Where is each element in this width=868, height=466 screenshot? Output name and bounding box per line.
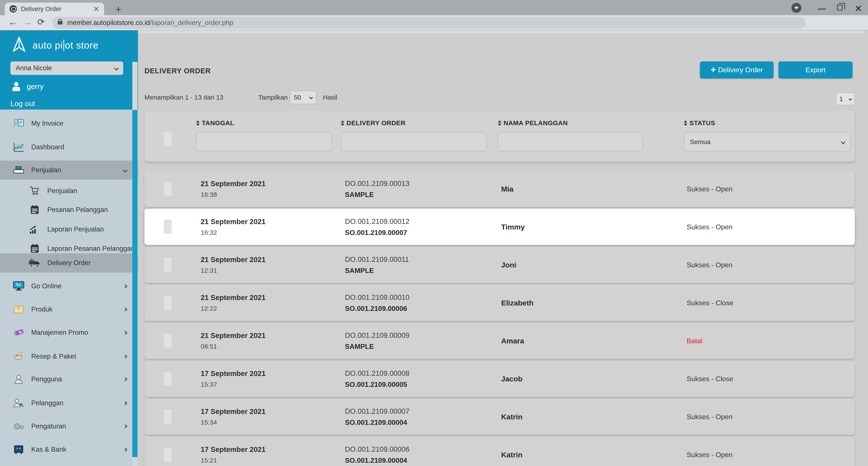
reload-button[interactable]: ⟳	[37, 17, 45, 27]
sidebar-menu: My InvoiceDashboardPenjualanPenjualanPes…	[0, 110, 138, 466]
page-size-label: Tampilkan	[258, 94, 288, 101]
row-do-number: DO.001.2109.00009	[345, 331, 409, 339]
cell-status: Sukses - Open	[687, 451, 733, 459]
tab-close-icon[interactable]: ✕	[93, 5, 100, 13]
table-row[interactable]: 21 September 202112:31DO.001.2109.00011S…	[145, 247, 855, 283]
browser-toolbar: ← → ⟳ member.autopilotstore.co.id/lapora…	[0, 15, 868, 30]
window-restore-button[interactable]	[837, 5, 843, 10]
paper-plane-logo-icon	[11, 37, 27, 53]
sort-icon	[341, 120, 344, 126]
browser-update-icon[interactable]	[792, 3, 801, 13]
chevron-right-icon	[123, 424, 127, 428]
customer-icon	[12, 398, 25, 409]
table-row[interactable]: 21 September 202116:38DO.001.2109.00013S…	[145, 171, 855, 207]
sidebar-item-manajemen-promo[interactable]: %Manajemen Promo	[0, 323, 138, 342]
sidebar-item-laporan-penjualan-sub[interactable]: Laporan Penjualan	[0, 220, 138, 239]
sidebar-item-label: Manajemen Promo	[31, 329, 88, 337]
chevron-right-icon	[123, 354, 127, 359]
filter-delivery-order-input[interactable]	[341, 132, 487, 151]
sidebar-item-pesanan-pelanggan-sub[interactable]: Pesanan Pelanggan	[0, 200, 138, 219]
sidebar-item-produk[interactable]: Produk	[0, 300, 138, 319]
forward-button[interactable]: →	[23, 17, 32, 27]
column-header-status[interactable]: STATUS	[684, 119, 715, 127]
row-checkbox[interactable]	[164, 447, 172, 462]
tab-strip: Delivery Order ✕ + ✕	[0, 0, 868, 15]
sidebar-item-my-invoice[interactable]: My Invoice	[0, 114, 138, 133]
sidebar-item-label: Pengguna	[31, 375, 62, 383]
cell-customer-name: Elizabeth	[501, 299, 533, 307]
row-checkbox[interactable]	[164, 334, 172, 348]
promo-tag-icon: %	[12, 327, 25, 338]
sidebar-item-pelanggan[interactable]: Pelanggan	[0, 394, 138, 413]
row-do-number: DO.001.2109.00013	[345, 179, 409, 187]
cell-tanggal: 17 September 202115:21	[201, 445, 266, 464]
current-user[interactable]: gerry	[12, 82, 43, 91]
filter-tanggal-input[interactable]	[196, 132, 332, 151]
address-bar[interactable]: member.autopilotstore.co.id/laporan_deli…	[52, 17, 806, 29]
sort-icon	[684, 120, 687, 126]
row-checkbox[interactable]	[164, 371, 172, 386]
store-select[interactable]: Anna Nicole	[10, 61, 123, 75]
table-row[interactable]: 17 September 202115:34DO.001.2109.00007S…	[145, 399, 855, 435]
lock-icon	[58, 21, 62, 25]
browser-tab[interactable]: Delivery Order ✕	[5, 3, 104, 15]
row-checkbox[interactable]	[164, 296, 172, 310]
cell-status: Sukses - Open	[687, 261, 733, 269]
sidebar-item-penjualan-sub[interactable]: Penjualan	[0, 181, 138, 200]
sidebar-item-kas-bank[interactable]: Kas & Bank	[0, 440, 138, 459]
filter-status-select[interactable]: Semua	[684, 132, 851, 151]
cell-customer-name: Mia	[501, 185, 514, 193]
table-row[interactable]: 21 September 202112:22DO.001.2109.00010S…	[145, 285, 855, 321]
box-icon	[12, 304, 25, 315]
chevron-down-icon	[309, 96, 313, 99]
cell-customer-name: Katrin	[501, 451, 522, 459]
window-minimize-button[interactable]	[818, 9, 826, 9]
row-time: 16:38	[201, 191, 266, 198]
growth-chart-icon	[29, 224, 41, 235]
filter-nama-pelanggan-input[interactable]	[498, 132, 643, 151]
export-button[interactable]: Export	[778, 61, 852, 79]
row-checkbox[interactable]	[164, 409, 172, 424]
row-checkbox[interactable]	[164, 257, 172, 272]
table-row[interactable]: 21 September 202116:32DO.001.2109.00012S…	[145, 209, 855, 245]
sidebar-item-penjualan[interactable]: Penjualan	[0, 160, 138, 180]
sort-icon	[498, 120, 501, 126]
sidebar-item-resep-paket[interactable]: Resep & Paket	[0, 347, 138, 366]
row-checkbox[interactable]	[164, 182, 172, 196]
row-date: 21 September 2021	[201, 180, 266, 188]
sidebar-scrollbar[interactable]	[132, 62, 137, 466]
sidebar-item-pengguna[interactable]: Pengguna	[0, 370, 138, 389]
table-row[interactable]: 17 September 202115:21DO.001.2109.00006S…	[145, 436, 855, 466]
sidebar-item-delivery-order-sub[interactable]: Delivery Order	[0, 253, 138, 273]
table-row[interactable]: 17 September 202115:37DO.001.2109.00008S…	[145, 361, 855, 397]
select-all-checkbox[interactable]	[164, 132, 172, 147]
new-tab-button[interactable]: +	[116, 3, 121, 15]
page-size-select[interactable]: 50	[290, 91, 316, 104]
chevron-right-icon	[123, 284, 127, 288]
sort-icon	[196, 120, 199, 126]
add-delivery-order-button[interactable]: + Delivery Order	[700, 61, 774, 79]
row-checkbox[interactable]	[164, 220, 172, 234]
row-so-reference: SO.001.2109.00005	[345, 380, 409, 388]
app-window: auto piot store Anna Nicole gerry Log ou…	[0, 30, 868, 466]
row-so-reference: SO.001.2109.00007	[345, 228, 409, 237]
logout-link[interactable]: Log out	[10, 99, 35, 108]
cell-status: Batal	[687, 337, 703, 345]
cell-delivery-order: DO.001.2109.00013SAMPLE	[345, 179, 409, 198]
chevron-right-icon	[123, 331, 127, 335]
sidebar-item-label: Delivery Order	[47, 259, 91, 267]
back-button[interactable]: ←	[8, 17, 18, 27]
column-header-nama-pelanggan[interactable]: NAMA PELANGGAN	[498, 119, 568, 127]
page-number-select[interactable]: 1	[836, 93, 855, 105]
sidebar-scrollbar-thumb[interactable]	[132, 110, 137, 457]
column-header-tanggal[interactable]: TANGGAL	[196, 119, 234, 127]
sidebar-item-label: Pengaturan	[31, 423, 66, 430]
table-row[interactable]: 21 September 202108:51DO.001.2109.00009S…	[145, 322, 855, 359]
cell-customer-name: Joni	[501, 260, 516, 269]
column-header-delivery-order[interactable]: DELIVERY ORDER	[341, 119, 405, 127]
sidebar-item-dashboard[interactable]: Dashboard	[0, 137, 138, 157]
sidebar-item-go-online[interactable]: Go Online	[0, 277, 138, 296]
window-close-button[interactable]: ✕	[854, 3, 862, 14]
sidebar-item-pengaturan[interactable]: ⚙⚙Pengaturan	[0, 417, 138, 436]
results-label: Hasil	[323, 94, 337, 101]
